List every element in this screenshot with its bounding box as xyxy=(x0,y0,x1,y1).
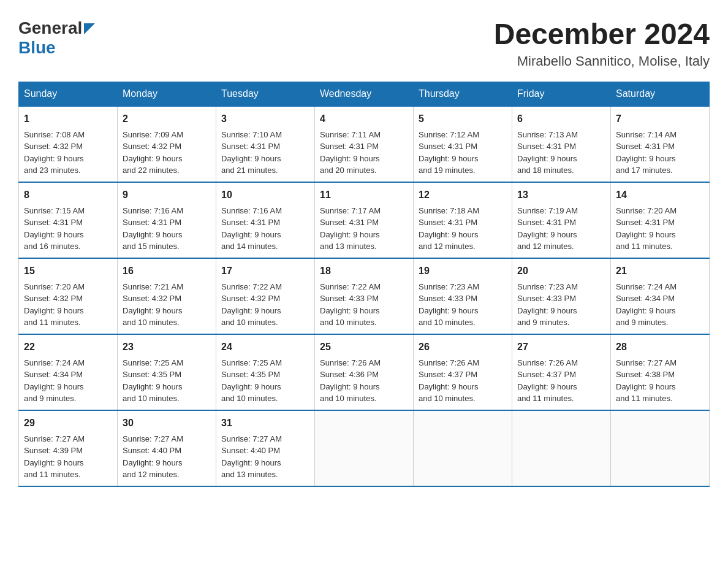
daylight-info: Daylight: 9 hours xyxy=(221,458,281,467)
daylight-info: Daylight: 9 hours xyxy=(517,306,577,315)
day-number: 26 xyxy=(419,340,507,354)
calendar-cell: 28Sunrise: 7:27 AMSunset: 4:38 PMDayligh… xyxy=(611,334,710,410)
day-number: 13 xyxy=(517,188,605,202)
sunrise-info: Sunrise: 7:10 AM xyxy=(221,130,282,139)
daylight-minutes-info: and 12 minutes. xyxy=(517,242,574,251)
calendar-cell: 6Sunrise: 7:13 AMSunset: 4:31 PMDaylight… xyxy=(512,106,611,182)
day-number: 2 xyxy=(123,112,211,126)
daylight-minutes-info: and 10 minutes. xyxy=(320,394,377,403)
daylight-minutes-info: and 16 minutes. xyxy=(24,242,81,251)
daylight-minutes-info: and 9 minutes. xyxy=(517,318,569,327)
calendar-week-row: 8Sunrise: 7:15 AMSunset: 4:31 PMDaylight… xyxy=(19,182,710,258)
sunset-info: Sunset: 4:35 PM xyxy=(221,370,280,379)
daylight-info: Daylight: 9 hours xyxy=(419,230,479,239)
daylight-minutes-info: and 10 minutes. xyxy=(221,394,278,403)
sunrise-info: Sunrise: 7:12 AM xyxy=(419,130,479,139)
sunrise-info: Sunrise: 7:22 AM xyxy=(320,282,381,291)
sunrise-info: Sunrise: 7:23 AM xyxy=(517,282,578,291)
page-header: General Blue December 2024 Mirabello San… xyxy=(18,18,710,69)
day-number: 6 xyxy=(517,112,605,126)
sunset-info: Sunset: 4:31 PM xyxy=(517,142,576,151)
sunrise-info: Sunrise: 7:18 AM xyxy=(419,206,479,215)
calendar-week-row: 1Sunrise: 7:08 AMSunset: 4:32 PMDaylight… xyxy=(19,106,710,182)
calendar-cell: 3Sunrise: 7:10 AMSunset: 4:31 PMDaylight… xyxy=(216,106,315,182)
daylight-minutes-info: and 14 minutes. xyxy=(221,242,278,251)
sunrise-info: Sunrise: 7:20 AM xyxy=(616,206,677,215)
sunset-info: Sunset: 4:31 PM xyxy=(221,142,280,151)
day-number: 3 xyxy=(221,112,309,126)
sunrise-info: Sunrise: 7:25 AM xyxy=(123,358,183,367)
sunset-info: Sunset: 4:40 PM xyxy=(123,446,181,455)
daylight-info: Daylight: 9 hours xyxy=(221,230,281,239)
calendar-cell: 2Sunrise: 7:09 AMSunset: 4:32 PMDaylight… xyxy=(118,106,216,182)
sunrise-info: Sunrise: 7:17 AM xyxy=(320,206,381,215)
calendar-cell: 18Sunrise: 7:22 AMSunset: 4:33 PMDayligh… xyxy=(315,258,414,334)
sunset-info: Sunset: 4:31 PM xyxy=(320,218,379,227)
daylight-info: Daylight: 9 hours xyxy=(616,230,676,239)
day-number: 11 xyxy=(320,188,408,202)
daylight-minutes-info: and 10 minutes. xyxy=(221,318,278,327)
daylight-info: Daylight: 9 hours xyxy=(419,382,479,391)
daylight-minutes-info: and 11 minutes. xyxy=(24,318,81,327)
calendar-cell: 30Sunrise: 7:27 AMSunset: 4:40 PMDayligh… xyxy=(118,410,216,486)
sunset-info: Sunset: 4:32 PM xyxy=(24,142,83,151)
daylight-minutes-info: and 15 minutes. xyxy=(123,242,180,251)
daylight-minutes-info: and 12 minutes. xyxy=(419,242,476,251)
daylight-minutes-info: and 10 minutes. xyxy=(419,394,476,403)
daylight-info: Daylight: 9 hours xyxy=(24,306,84,315)
sunset-info: Sunset: 4:36 PM xyxy=(320,370,379,379)
sunset-info: Sunset: 4:31 PM xyxy=(616,218,675,227)
sunset-info: Sunset: 4:32 PM xyxy=(123,294,181,303)
calendar-cell: 23Sunrise: 7:25 AMSunset: 4:35 PMDayligh… xyxy=(118,334,216,410)
sunset-info: Sunset: 4:33 PM xyxy=(320,294,379,303)
sunset-info: Sunset: 4:31 PM xyxy=(24,218,83,227)
sunset-info: Sunset: 4:31 PM xyxy=(419,142,477,151)
daylight-minutes-info: and 20 minutes. xyxy=(320,166,377,175)
calendar-cell: 13Sunrise: 7:19 AMSunset: 4:31 PMDayligh… xyxy=(512,182,611,258)
calendar-cell: 1Sunrise: 7:08 AMSunset: 4:32 PMDaylight… xyxy=(19,106,118,182)
daylight-info: Daylight: 9 hours xyxy=(123,458,183,467)
day-number: 21 xyxy=(616,264,704,278)
calendar-cell: 26Sunrise: 7:26 AMSunset: 4:37 PMDayligh… xyxy=(414,334,512,410)
daylight-info: Daylight: 9 hours xyxy=(123,230,183,239)
day-number: 8 xyxy=(24,188,112,202)
daylight-minutes-info: and 23 minutes. xyxy=(24,166,81,175)
calendar-cell xyxy=(512,410,611,486)
daylight-minutes-info: and 17 minutes. xyxy=(616,166,673,175)
day-number: 28 xyxy=(616,340,704,354)
calendar-cell: 7Sunrise: 7:14 AMSunset: 4:31 PMDaylight… xyxy=(611,106,710,182)
daylight-info: Daylight: 9 hours xyxy=(517,382,577,391)
daylight-info: Daylight: 9 hours xyxy=(123,382,183,391)
sunrise-info: Sunrise: 7:24 AM xyxy=(616,282,677,291)
daylight-info: Daylight: 9 hours xyxy=(320,154,380,163)
sunrise-info: Sunrise: 7:27 AM xyxy=(24,434,85,443)
daylight-info: Daylight: 9 hours xyxy=(24,382,84,391)
calendar-week-row: 29Sunrise: 7:27 AMSunset: 4:39 PMDayligh… xyxy=(19,410,710,486)
sunrise-info: Sunrise: 7:11 AM xyxy=(320,130,381,139)
daylight-minutes-info: and 11 minutes. xyxy=(24,470,81,479)
day-number: 9 xyxy=(123,188,211,202)
sunrise-info: Sunrise: 7:20 AM xyxy=(24,282,85,291)
calendar-day-header-tuesday: Tuesday xyxy=(216,82,315,106)
sunrise-info: Sunrise: 7:25 AM xyxy=(221,358,282,367)
day-number: 20 xyxy=(517,264,605,278)
sunrise-info: Sunrise: 7:24 AM xyxy=(24,358,85,367)
daylight-info: Daylight: 9 hours xyxy=(221,382,281,391)
sunset-info: Sunset: 4:31 PM xyxy=(320,142,379,151)
sunset-info: Sunset: 4:31 PM xyxy=(123,218,181,227)
calendar-cell xyxy=(611,410,710,486)
logo: General Blue xyxy=(18,18,95,58)
calendar-cell: 12Sunrise: 7:18 AMSunset: 4:31 PMDayligh… xyxy=(414,182,512,258)
svg-marker-0 xyxy=(84,23,95,34)
calendar-day-header-wednesday: Wednesday xyxy=(315,82,414,106)
day-number: 29 xyxy=(24,416,112,431)
daylight-minutes-info: and 9 minutes. xyxy=(24,394,76,403)
sunrise-info: Sunrise: 7:26 AM xyxy=(419,358,479,367)
calendar-subtitle: Mirabello Sannitico, Molise, Italy xyxy=(494,53,710,69)
calendar-cell: 5Sunrise: 7:12 AMSunset: 4:31 PMDaylight… xyxy=(414,106,512,182)
day-number: 12 xyxy=(419,188,507,202)
calendar-cell: 15Sunrise: 7:20 AMSunset: 4:32 PMDayligh… xyxy=(19,258,118,334)
sunset-info: Sunset: 4:32 PM xyxy=(221,294,280,303)
calendar-title: December 2024 xyxy=(494,18,710,51)
daylight-minutes-info: and 11 minutes. xyxy=(517,394,574,403)
